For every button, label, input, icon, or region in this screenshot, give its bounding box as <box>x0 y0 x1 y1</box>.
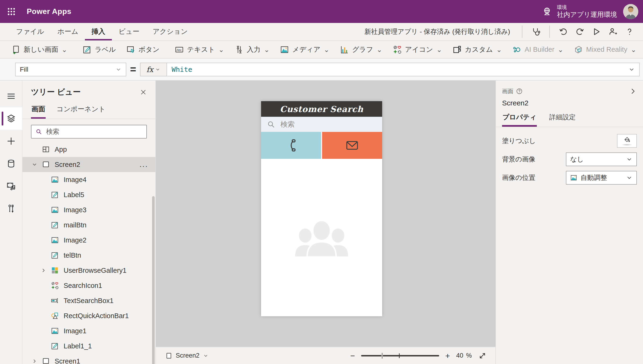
hamburger-menu-icon[interactable] <box>0 85 22 107</box>
tree-item-userbrowsegallery1[interactable]: UserBrowseGallery1 <box>23 263 155 278</box>
chevron-down-icon <box>626 174 632 181</box>
ribbon-overflow-chevron-icon[interactable] <box>641 46 643 54</box>
tree-item-searchicon1[interactable]: SearchIcon1 <box>23 278 155 293</box>
ribbon-icons[interactable]: アイコン⌄ <box>388 41 447 58</box>
fill-color-swatch <box>622 144 632 146</box>
insert-ribbon: 新しい画面⌄ ラベル ボタン Abc テキスト⌄ <box>0 41 643 58</box>
advanced-tools-icon[interactable] <box>0 197 22 220</box>
phone-app-header[interactable]: Customer Search <box>261 101 382 117</box>
menu-view[interactable]: ビュー <box>112 23 146 40</box>
equals-sign: = <box>130 64 136 76</box>
tree-item-textsearchbox1[interactable]: TextSearchBox1 <box>23 293 155 308</box>
phone-search-bar[interactable]: 検索 <box>261 117 382 132</box>
phone-mail-button[interactable] <box>322 132 382 159</box>
menu-bar: ファイル ホーム 挿入 ビュー アクション 新社員管理アプリ - 保存済み (発… <box>0 23 643 41</box>
tree-item-rectquickactionbar1[interactable]: RectQuickActionBar1 <box>23 308 155 323</box>
image-control-icon <box>51 327 59 335</box>
tree-item-image4[interactable]: Image4 <box>23 172 155 187</box>
ribbon-media[interactable]: メディア⌄ <box>275 41 335 58</box>
tab-advanced[interactable]: 詳細設定 <box>549 111 576 127</box>
zoom-in-plus-icon[interactable]: + <box>445 352 450 360</box>
chevron-right-icon[interactable] <box>41 267 51 274</box>
environment-name: 社内アプリ運用環境 <box>557 10 617 19</box>
ribbon-button[interactable]: ボタン <box>121 41 165 58</box>
screen-selector[interactable]: Screen2 <box>165 352 209 359</box>
tree-item-image3[interactable]: Image3 <box>23 202 155 218</box>
tree-item-label5[interactable]: Label5 <box>23 187 155 202</box>
tab-screens[interactable]: 画面 <box>31 102 46 119</box>
phone-call-button[interactable] <box>261 132 321 159</box>
tree-item-image1[interactable]: Image1 <box>23 323 155 338</box>
menu-insert[interactable]: 挿入 <box>85 23 112 40</box>
ribbon-chart[interactable]: グラフ⌄ <box>335 41 387 58</box>
tree-item-mailbtn[interactable]: mailBtn <box>23 218 155 232</box>
tree-item-app[interactable]: App <box>23 142 155 157</box>
image-position-dropdown[interactable]: 自動調整 <box>566 171 637 184</box>
tree-item-label1-1[interactable]: Label1_1 <box>23 338 155 354</box>
globe-icon <box>542 6 552 17</box>
shape-control-icon <box>51 312 59 320</box>
tree-search-box[interactable] <box>31 125 147 138</box>
help-circle-icon[interactable] <box>516 88 523 95</box>
insert-plus-icon[interactable] <box>0 130 22 152</box>
left-navigation-rail <box>0 80 23 364</box>
properties-panel: 画面 Screen2 プロパティ 詳細設定 塗りつぶし <box>495 80 643 364</box>
tree-view-layers-icon[interactable] <box>0 107 22 130</box>
help-icon[interactable] <box>623 25 636 38</box>
phone-search-placeholder: 検索 <box>280 120 295 129</box>
tree-scrollbar[interactable] <box>152 196 155 364</box>
tree-item-screen1[interactable]: Screen1 <box>23 354 155 364</box>
zoom-slider-thumb[interactable] <box>381 352 383 359</box>
chevron-right-icon[interactable] <box>32 358 42 364</box>
menu-file[interactable]: ファイル <box>10 23 51 40</box>
app-checker-icon[interactable] <box>529 25 543 38</box>
ribbon-text[interactable]: Abc テキスト⌄ <box>170 41 229 58</box>
tree-item-image2[interactable]: Image2 <box>23 232 155 248</box>
formula-expand-chevron-icon[interactable] <box>628 63 639 76</box>
property-selector[interactable]: Fill <box>15 63 126 76</box>
zoom-percent-sign: % <box>466 352 472 359</box>
ribbon-mixed-reality[interactable]: Mixed Reality⌄ <box>569 41 641 58</box>
user-avatar[interactable] <box>623 4 638 19</box>
chevron-down-icon[interactable] <box>32 162 42 168</box>
formula-input[interactable] <box>167 63 628 76</box>
play-icon[interactable] <box>589 25 603 38</box>
ribbon-ai-builder[interactable]: AI Builder⌄ <box>507 41 569 58</box>
environment-picker[interactable]: 環境 社内アプリ運用環境 <box>542 4 617 19</box>
share-icon[interactable] <box>606 25 620 38</box>
tab-properties[interactable]: プロパティ <box>502 111 537 127</box>
waffle-icon[interactable] <box>0 0 23 23</box>
collapse-panel-chevron-icon[interactable] <box>629 87 637 95</box>
ribbon-new-screen[interactable]: 新しい画面⌄ <box>6 41 73 58</box>
document-status: 新社員管理アプリ - 保存済み (発行取り消し済み) <box>364 27 510 36</box>
more-options-icon[interactable]: ... <box>140 160 148 168</box>
redo-icon[interactable] <box>573 25 587 38</box>
image-control-icon <box>51 236 59 244</box>
tree-item-telbtn[interactable]: telBtn <box>23 248 155 263</box>
close-icon[interactable] <box>138 87 148 97</box>
ribbon-label[interactable]: ラベル <box>77 41 121 58</box>
undo-icon[interactable] <box>556 25 570 38</box>
tree-search-input[interactable] <box>46 128 143 136</box>
ribbon-input[interactable]: 入力⌄ <box>229 41 275 58</box>
fit-to-window-icon[interactable] <box>478 351 487 360</box>
phone-gallery-area[interactable] <box>261 159 382 316</box>
data-sources-icon[interactable] <box>0 152 22 175</box>
tree-item-screen2[interactable]: Screen2 ... <box>23 157 155 172</box>
zoom-slider[interactable] <box>361 355 439 356</box>
background-image-dropdown[interactable]: なし <box>566 152 637 166</box>
phone-screen-preview[interactable]: Customer Search 検索 <box>261 101 382 316</box>
menu-action[interactable]: アクション <box>146 23 194 40</box>
zoom-out-minus-icon[interactable]: − <box>350 352 355 360</box>
ribbon-custom[interactable]: カスタム⌄ <box>447 41 507 58</box>
menu-home[interactable]: ホーム <box>51 23 85 40</box>
tab-components[interactable]: コンポーネント <box>56 102 106 119</box>
design-canvas[interactable]: Customer Search 検索 <box>156 80 495 347</box>
app-header-bar: Power Apps 環境 社内アプリ運用環境 <box>0 0 643 23</box>
label-control-icon <box>51 191 59 199</box>
divider <box>522 26 522 38</box>
phone-app-title[interactable]: Customer Search <box>280 104 363 114</box>
fill-color-picker-button[interactable] <box>617 134 637 148</box>
fx-button[interactable]: fx <box>141 63 167 76</box>
media-icon[interactable] <box>0 175 22 197</box>
